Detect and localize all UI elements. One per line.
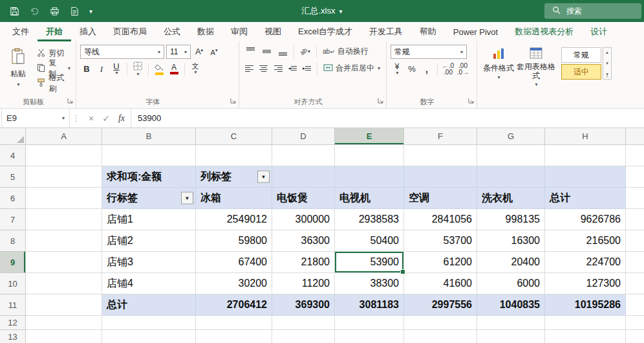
align-middle-button[interactable] (259, 45, 274, 58)
cell-c4[interactable] (196, 145, 272, 166)
increase-decimal-button[interactable]: ←.0.00 (442, 62, 455, 76)
column-header-partial[interactable] (626, 128, 644, 145)
cell-d8[interactable]: 36300 (272, 230, 335, 252)
cell-styles-scroll[interactable]: ▴ ▾ ▾̲ (603, 47, 612, 80)
cell-e8[interactable]: 50400 (335, 230, 404, 252)
row-header-13[interactable]: 13 (0, 330, 26, 343)
cell-b12[interactable] (102, 316, 196, 330)
tab-review[interactable]: 审阅 (222, 22, 256, 41)
cell-h10[interactable]: 127300 (545, 273, 626, 294)
fill-color-button[interactable] (153, 62, 166, 76)
cell-a7[interactable] (26, 209, 102, 230)
cell-b5-sum-label[interactable]: 求和项:金额 (102, 166, 196, 188)
cell-h7[interactable]: 9626786 (545, 209, 626, 230)
row-header-10[interactable]: 10 (0, 273, 26, 294)
cell-i13[interactable] (626, 330, 644, 343)
decrease-indent-button[interactable]: ◂ (286, 61, 299, 75)
align-bottom-button[interactable] (275, 45, 290, 58)
borders-button[interactable]: ▾ (131, 62, 144, 76)
row-header-6[interactable]: 6 (0, 188, 26, 209)
cell-d5[interactable] (272, 166, 335, 188)
row-header-11[interactable]: 11 (0, 294, 26, 316)
tab-data[interactable]: 数据 (189, 22, 222, 41)
column-header-h[interactable]: H (545, 128, 626, 145)
underline-button[interactable]: U▾ (110, 62, 123, 76)
cell-a12[interactable] (26, 316, 102, 330)
cell-h12[interactable] (545, 316, 626, 330)
cell-h8[interactable]: 216500 (545, 230, 626, 252)
clipboard-dialog-launcher[interactable] (67, 94, 73, 106)
cell-a10[interactable] (26, 273, 102, 294)
cell-g6[interactable]: 洗衣机 (477, 188, 545, 209)
percent-style-button[interactable]: % (405, 62, 418, 76)
cell-g8[interactable]: 16300 (477, 230, 545, 252)
cell-c6[interactable]: 冰箱 (196, 188, 272, 209)
title-dropdown-icon[interactable]: ▾ (339, 8, 342, 15)
cell-i10[interactable] (626, 273, 644, 294)
align-center-button[interactable] (257, 61, 270, 75)
cell-e7[interactable]: 2938583 (335, 209, 404, 230)
tab-design[interactable]: 设计 (582, 22, 616, 41)
cell-g5[interactable] (477, 166, 545, 188)
column-header-c[interactable]: C (196, 128, 272, 145)
cell-i9[interactable] (626, 252, 644, 273)
bold-button[interactable]: B (80, 62, 93, 76)
cell-d6[interactable]: 电饭煲 (272, 188, 335, 209)
cell-a5[interactable] (26, 166, 102, 188)
formula-input[interactable]: 53900 (131, 109, 167, 127)
cell-a9[interactable] (26, 252, 102, 273)
cell-b4[interactable] (102, 145, 196, 166)
cell-d4[interactable] (272, 145, 335, 166)
cell-d13[interactable] (272, 330, 335, 343)
format-painter-button[interactable]: 格式刷 (36, 76, 72, 90)
cell-b9[interactable]: 店铺3 (102, 252, 196, 273)
cell-b13[interactable] (102, 330, 196, 343)
cell-d7[interactable]: 300000 (272, 209, 335, 230)
cell-d12[interactable] (272, 316, 335, 330)
cell-h11[interactable]: 10195286 (545, 294, 626, 316)
cell-h13[interactable] (545, 330, 626, 343)
cell-b10[interactable]: 店铺4 (102, 273, 196, 294)
font-dialog-launcher[interactable] (230, 94, 236, 106)
cell-h4[interactable] (545, 145, 626, 166)
accounting-format-button[interactable]: ¥▾ (391, 62, 403, 76)
increase-indent-button[interactable]: ▸ (301, 61, 313, 75)
cell-g4[interactable] (477, 145, 545, 166)
cell-i7[interactable] (626, 209, 644, 230)
cell-g12[interactable] (477, 316, 545, 330)
column-filter-button[interactable]: ▼ (257, 171, 270, 183)
cell-style-normal[interactable]: 常规 (561, 47, 601, 63)
select-all-button[interactable] (0, 128, 26, 145)
row-header-9[interactable]: 9 (0, 252, 26, 273)
cell-a8[interactable] (26, 230, 102, 252)
tab-home[interactable]: 开始 (38, 22, 71, 41)
increase-font-size-button[interactable]: A▴ (193, 45, 206, 59)
cell-f9[interactable]: 61200 (404, 252, 477, 273)
cell-f11[interactable]: 2997556 (404, 294, 477, 316)
cell-b6-row-label[interactable]: 行标签 ▼ (102, 188, 196, 209)
column-header-a[interactable]: A (26, 128, 102, 145)
cell-h6[interactable]: 总计 (545, 188, 626, 209)
cell-g10[interactable]: 6000 (477, 273, 545, 294)
cell-i8[interactable] (626, 230, 644, 252)
wrap-text-button[interactable]: ab↵ 自动换行 (321, 45, 370, 58)
cell-c8[interactable]: 59800 (196, 230, 272, 252)
number-format-combo[interactable]: 常规 ▾ (391, 45, 467, 59)
align-right-button[interactable] (272, 61, 284, 75)
cell-c9[interactable]: 67400 (196, 252, 272, 273)
cell-b8[interactable]: 店铺2 (102, 230, 196, 252)
cell-a13[interactable] (26, 330, 102, 343)
cell-e4[interactable] (335, 145, 404, 166)
paste-button[interactable]: 粘贴 ▾ (4, 45, 32, 90)
italic-button[interactable]: I (95, 62, 108, 76)
row-header-4[interactable]: 4 (0, 145, 26, 166)
tab-power-pivot[interactable]: Power Pivot (445, 22, 506, 41)
cell-c11[interactable]: 2706412 (196, 294, 272, 316)
row-header-7[interactable]: 7 (0, 209, 26, 230)
align-top-button[interactable] (243, 45, 257, 58)
tab-insert[interactable]: 插入 (71, 22, 105, 41)
column-header-f[interactable]: F (404, 128, 477, 145)
cell-f10[interactable]: 41600 (404, 273, 477, 294)
comma-style-button[interactable]: , (420, 62, 433, 76)
formula-bar-splitter[interactable]: ⋮ (70, 109, 83, 127)
